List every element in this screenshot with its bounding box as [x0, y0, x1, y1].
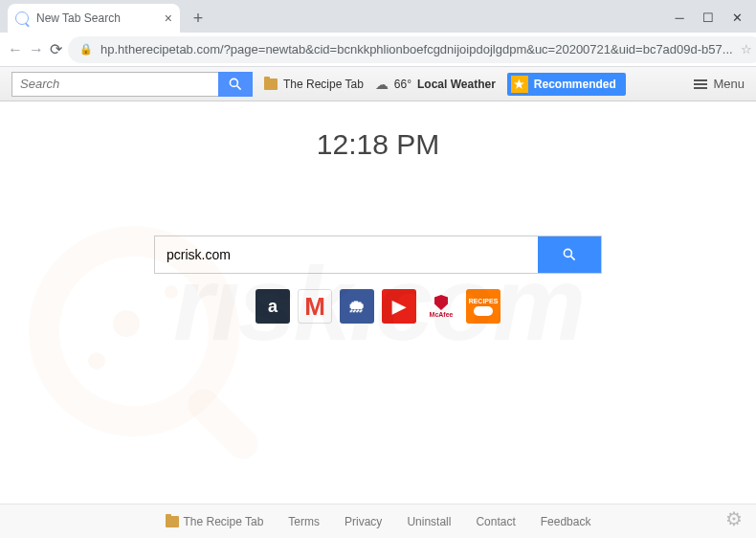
recommended-label: Recommended [534, 78, 616, 91]
folder-icon [166, 516, 179, 527]
weather-icon: 🌧 [348, 297, 366, 317]
main-search [154, 235, 602, 274]
tile-mcafee[interactable]: McAfee [424, 289, 458, 324]
reload-button[interactable]: ⟳ [50, 36, 62, 63]
star-icon: ★ [511, 76, 528, 93]
hamburger-icon [694, 79, 707, 89]
mcafee-shield-icon [434, 295, 448, 310]
footer-feedback[interactable]: Feedback [541, 515, 591, 528]
footer-privacy[interactable]: Privacy [345, 515, 382, 528]
browser-tab[interactable]: New Tab Search × [8, 4, 180, 33]
weather-temp: 66° [394, 78, 411, 91]
forward-button[interactable]: → [29, 36, 44, 63]
minimize-button[interactable]: ─ [674, 11, 685, 23]
recipe-tab-link[interactable]: The Recipe Tab [264, 78, 364, 91]
menu-label: Menu [713, 77, 745, 91]
recipes-label: RECIPES [469, 298, 499, 304]
close-window-button[interactable]: ✕ [731, 11, 743, 23]
weather-label: Local Weather [417, 78, 496, 91]
recommended-button[interactable]: ★ Recommended [507, 73, 626, 96]
url-text: hp.htherecipetab.com/?page=newtab&cid=bc… [100, 42, 733, 56]
lock-icon: 🔒 [79, 43, 93, 56]
settings-gear-icon[interactable]: ⚙ [725, 507, 743, 530]
toolbar-search [11, 72, 253, 97]
svg-line-2 [237, 85, 241, 89]
footer-uninstall[interactable]: Uninstall [407, 515, 451, 528]
toolbar-search-input[interactable] [11, 72, 218, 97]
footer-recipe-tab[interactable]: The Recipe Tab [166, 515, 264, 528]
mcafee-label: McAfee [430, 311, 454, 318]
tile-gmail[interactable]: M [298, 289, 332, 324]
play-icon: ▶ [392, 296, 406, 317]
tile-recipes[interactable]: RECIPES [466, 289, 500, 324]
menu-button[interactable]: Menu [694, 77, 745, 91]
spoon-icon [474, 306, 493, 316]
back-button[interactable]: ← [8, 36, 23, 63]
tab-title: New Tab Search [36, 11, 121, 25]
folder-icon [264, 78, 278, 90]
gmail-logo: M [304, 292, 325, 322]
new-tab-button[interactable]: + [186, 6, 211, 31]
clock-display: 12:18 PM [317, 128, 439, 161]
close-tab-icon[interactable]: × [165, 11, 172, 26]
svg-point-1 [230, 78, 237, 86]
search-icon [15, 11, 29, 25]
tile-weather[interactable]: 🌧 [340, 289, 374, 324]
toolbar-search-button[interactable] [218, 72, 253, 97]
footer-terms[interactable]: Terms [288, 515, 320, 528]
cloud-icon: ☁ [375, 77, 389, 92]
amazon-logo: a [268, 297, 278, 317]
tile-youtube[interactable]: ▶ [382, 289, 416, 324]
bookmark-star-icon[interactable]: ☆ [741, 42, 752, 56]
tile-amazon[interactable]: a [256, 289, 290, 324]
maximize-button[interactable]: ☐ [702, 11, 714, 23]
main-search-button[interactable] [538, 236, 601, 273]
address-bar[interactable]: 🔒 hp.htherecipetab.com/?page=newtab&cid=… [68, 36, 756, 63]
recipe-tab-label: The Recipe Tab [283, 78, 364, 91]
svg-point-3 [564, 249, 571, 257]
svg-line-4 [571, 257, 575, 260]
weather-link[interactable]: ☁ 66° Local Weather [375, 77, 496, 92]
main-search-input[interactable] [155, 236, 538, 273]
footer-contact[interactable]: Contact [476, 515, 515, 528]
